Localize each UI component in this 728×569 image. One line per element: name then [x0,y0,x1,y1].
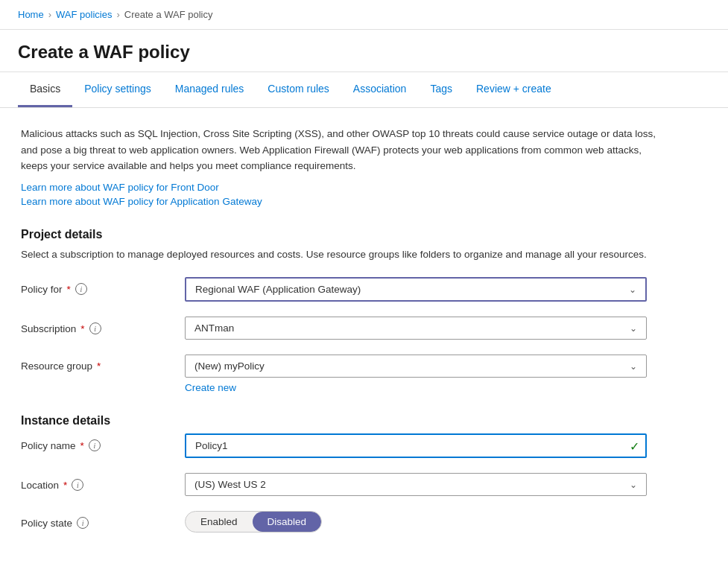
resource-group-arrow-icon: ⌄ [630,361,637,372]
breadcrumb-sep1: › [48,9,51,20]
subscription-row: Subscription * i ANTman ⌄ [21,317,707,340]
resource-group-control: (New) myPolicy ⌄ Create new [185,355,647,393]
resource-group-row: Resource group * (New) myPolicy ⌄ Create… [21,355,707,393]
subscription-label: Subscription * i [21,317,185,334]
policy-state-toggle[interactable]: Enabled Disabled [185,511,322,533]
policy-for-value: Regional WAF (Application Gateway) [195,284,361,295]
subscription-arrow-icon: ⌄ [630,323,637,334]
subscription-info-icon[interactable]: i [89,322,101,334]
toggle-enabled-option[interactable]: Enabled [186,512,253,532]
location-info-icon[interactable]: i [72,479,83,491]
tab-custom-rules[interactable]: Custom rules [256,72,341,107]
policy-name-input[interactable] [185,433,647,458]
instance-details-header: Instance details [21,414,707,427]
policy-for-arrow-icon: ⌄ [629,284,636,295]
project-details-desc: Select a subscription to manage deployed… [21,247,669,262]
location-dropdown[interactable]: (US) West US 2 ⌄ [185,473,647,496]
link-app-gateway[interactable]: Learn more about WAF policy for Applicat… [21,196,707,207]
resource-group-label: Resource group * [21,355,185,372]
breadcrumb-current: Create a WAF policy [124,9,213,20]
location-label: Location * i [21,473,185,491]
tab-tags[interactable]: Tags [418,72,464,107]
tab-managed-rules[interactable]: Managed rules [163,72,256,107]
subscription-value: ANTman [194,322,234,334]
policy-for-info-icon[interactable]: i [75,283,87,295]
resource-group-value: (New) myPolicy [194,360,265,372]
page-title-section: Create a WAF policy [0,30,728,72]
tab-association[interactable]: Association [341,72,419,107]
location-control: (US) West US 2 ⌄ [185,473,647,496]
location-value: (US) West US 2 [194,479,266,490]
page-title: Create a WAF policy [18,42,710,63]
instance-details-section: Instance details Policy name * i ✓ [21,414,707,533]
resource-group-dropdown[interactable]: (New) myPolicy ⌄ [185,355,647,378]
policy-name-info-icon[interactable]: i [89,439,101,451]
policy-for-label: Policy for * i [21,277,185,295]
tab-basics[interactable]: Basics [18,72,72,107]
location-required: * [63,480,67,491]
breadcrumb: Home › WAF policies › Create a WAF polic… [0,0,728,30]
input-check-icon: ✓ [630,439,639,453]
resource-group-required: * [97,360,101,372]
policy-for-row: Policy for * i Regional WAF (Application… [21,277,707,302]
tab-policy-settings[interactable]: Policy settings [72,72,162,107]
policy-for-control: Regional WAF (Application Gateway) ⌄ [185,277,647,302]
policy-state-info-icon[interactable]: i [77,517,89,529]
policy-for-required: * [67,284,71,295]
subscription-required: * [80,323,84,334]
breadcrumb-waf[interactable]: WAF policies [56,9,112,20]
tabs-container: Basics Policy settings Managed rules Cus… [0,72,728,108]
content-area: Malicious attacks such as SQL Injection,… [0,108,728,565]
policy-state-control: Enabled Disabled [185,511,647,533]
policy-name-control: ✓ [185,433,647,458]
description-text: Malicious attacks such as SQL Injection,… [21,126,669,174]
link-front-door[interactable]: Learn more about WAF policy for Front Do… [21,182,707,193]
policy-state-label: Policy state i [21,511,185,529]
toggle-disabled-option[interactable]: Disabled [253,512,322,532]
policy-name-required: * [80,440,84,451]
policy-name-label: Policy name * i [21,433,185,451]
tab-review-create[interactable]: Review + create [464,72,563,107]
subscription-control: ANTman ⌄ [185,317,647,340]
breadcrumb-sep2: › [116,9,119,20]
location-row: Location * i (US) West US 2 ⌄ [21,473,707,496]
location-arrow-icon: ⌄ [630,480,637,490]
create-new-link[interactable]: Create new [185,382,236,393]
breadcrumb-home[interactable]: Home [18,9,44,20]
project-details-header: Project details [21,228,707,241]
policy-state-row: Policy state i Enabled Disabled [21,511,707,533]
subscription-dropdown[interactable]: ANTman ⌄ [185,317,647,340]
policy-name-input-wrapper: ✓ [185,433,647,458]
policy-for-dropdown[interactable]: Regional WAF (Application Gateway) ⌄ [185,277,647,302]
policy-name-row: Policy name * i ✓ [21,433,707,458]
